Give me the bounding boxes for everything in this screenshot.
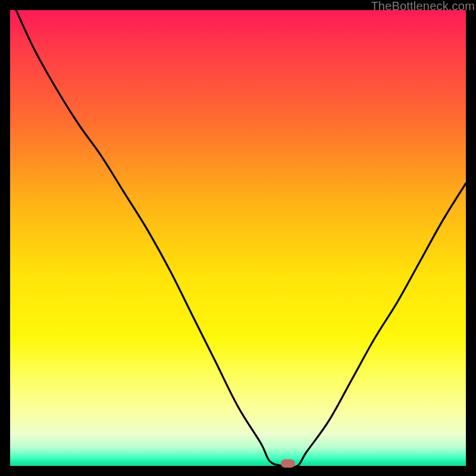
bottleneck-curve — [10, 10, 466, 466]
plot-area — [10, 10, 466, 466]
chart-frame: TheBottleneck.com — [0, 0, 476, 476]
optimal-marker — [281, 459, 295, 468]
